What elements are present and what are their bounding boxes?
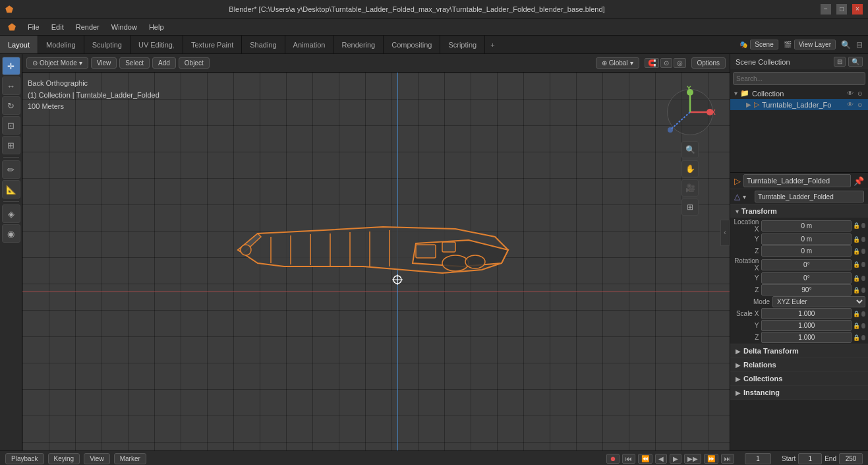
outliner-search-input[interactable] [733, 72, 865, 85]
location-y-lock[interactable]: 🔒 [853, 236, 860, 243]
view-menu[interactable]: View [91, 57, 117, 69]
rotation-z-lock[interactable]: 🔒 [853, 287, 860, 294]
camera-view-button[interactable]: 🎥 [681, 179, 699, 197]
menu-help[interactable]: Help [144, 22, 169, 32]
maximize-button[interactable]: □ [836, 4, 847, 15]
end-frame-input[interactable] [839, 453, 863, 464]
collection-render-toggle[interactable]: ⊙ [857, 90, 863, 97]
search-button[interactable]: 🔍 [841, 40, 851, 49]
prev-keyframe-button[interactable]: ⏪ [638, 454, 652, 464]
navigation-gizmo[interactable]: X Y [664, 86, 716, 139]
current-frame-input[interactable] [745, 453, 771, 464]
pin-button[interactable]: 📌 [854, 176, 864, 186]
jump-end-button[interactable]: ⏭ [721, 454, 734, 464]
menu-file[interactable]: File [22, 22, 45, 32]
transform-section-header[interactable]: ▾ Transform [730, 204, 868, 218]
tool-extra-1[interactable]: ◈ [2, 204, 20, 223]
outliner-filter[interactable]: ⊟ [834, 57, 846, 67]
options-button[interactable]: Options [691, 57, 726, 69]
view-layer-selector[interactable]: View Layer [794, 40, 836, 49]
tool-move[interactable]: ↔ [2, 77, 20, 95]
collections-header[interactable]: ▶ Collections [730, 372, 868, 385]
rotation-y-lock[interactable]: 🔒 [853, 275, 860, 282]
menu-render[interactable]: Render [71, 22, 105, 32]
tool-cursor[interactable]: ✛ [2, 57, 20, 75]
rotation-x-lock[interactable]: 🔒 [853, 261, 860, 268]
close-button[interactable]: × [852, 4, 863, 15]
select-menu[interactable]: Select [119, 57, 150, 69]
outliner-search[interactable]: 🔍 [848, 57, 863, 67]
rotation-z-input[interactable] [761, 284, 852, 295]
tool-annotate[interactable]: ✏ [2, 160, 20, 179]
object-name-input[interactable] [743, 174, 851, 187]
record-button[interactable]: ⏺ [606, 454, 620, 464]
toggle-view-button[interactable]: ⊞ [681, 199, 699, 216]
tool-extra-2[interactable]: ◉ [2, 224, 20, 243]
snap-options[interactable]: ◎ [674, 58, 686, 68]
add-menu[interactable]: Add [152, 57, 176, 69]
location-z-input[interactable] [761, 245, 852, 257]
proportional-edit[interactable]: ⊙ [660, 58, 672, 68]
zoom-view-button[interactable]: 🔍 [681, 141, 699, 158]
location-x-lock[interactable]: 🔒 [853, 222, 860, 229]
location-z-lock[interactable]: 🔒 [853, 248, 860, 255]
tool-measure[interactable]: 📐 [2, 180, 20, 199]
tab-uv-editing[interactable]: UV Editing , [130, 36, 183, 53]
scale-z-lock[interactable]: 🔒 [853, 334, 860, 341]
relations-header[interactable]: ▶ Relations [730, 358, 868, 371]
location-y-input[interactable] [761, 233, 852, 245]
collection-visibility[interactable]: 👁 [847, 90, 854, 97]
add-workspace-button[interactable]: + [485, 36, 500, 53]
tab-texture-paint[interactable]: Texture Paint [183, 36, 242, 53]
minimize-button[interactable]: − [821, 4, 831, 15]
object-visibility[interactable]: 👁 [847, 101, 854, 108]
mode-selector[interactable]: ⊙ Object Mode ▾ [26, 57, 88, 69]
tab-rendering[interactable]: Rendering [333, 36, 384, 53]
snap-toggle[interactable]: 🧲 [645, 58, 659, 68]
mesh-name-input[interactable] [755, 191, 864, 202]
play-button[interactable]: ▶ [670, 454, 681, 464]
tab-compositing[interactable]: Compositing [384, 36, 440, 53]
viewport-gizmo[interactable]: X Y 🔍 ✋ 🎥 ⊞ [664, 86, 716, 216]
rotation-mode-select[interactable]: XYZ Euler [772, 296, 865, 307]
tab-animation[interactable]: Animation [285, 36, 334, 53]
pan-view-button[interactable]: ✋ [681, 160, 699, 177]
object-menu[interactable]: Object [179, 57, 210, 69]
tab-layout[interactable]: Layout [0, 36, 38, 53]
scene-selector[interactable]: Scene [750, 40, 778, 49]
start-frame-input[interactable] [798, 453, 822, 464]
scale-z-input[interactable] [761, 332, 852, 343]
tab-sculpting[interactable]: Sculpting [84, 36, 130, 53]
outliner-item-collection[interactable]: ▾ 📁 Collection 👁 ⊙ [730, 88, 868, 99]
menu-edit[interactable]: Edit [46, 22, 69, 32]
tool-rotate[interactable]: ↻ [2, 96, 20, 115]
rotation-x-input[interactable] [761, 259, 852, 270]
playback-menu[interactable]: Playback [5, 453, 44, 464]
object-render-toggle[interactable]: ⊙ [857, 102, 863, 108]
prev-frame-button[interactable]: ◀ [655, 454, 667, 464]
scale-x-lock[interactable]: 🔒 [853, 311, 860, 317]
next-frame-button[interactable]: ▶▶ [684, 454, 701, 464]
next-keyframe-button[interactable]: ⏩ [704, 454, 718, 464]
delta-transform-header[interactable]: ▶ Delta Transform [730, 344, 868, 357]
viewport[interactable]: ⊙ Object Mode ▾ View Select Add Object ⊕… [22, 54, 730, 450]
scale-y-input[interactable] [761, 320, 852, 331]
jump-start-button[interactable]: ⏮ [622, 454, 635, 464]
tool-transform[interactable]: ⊞ [2, 136, 20, 154]
panel-collapse-button[interactable]: ‹ [720, 220, 730, 246]
viewport-canvas[interactable]: Back Orthographic (1) Collection | Turnt… [22, 73, 730, 450]
filter-button[interactable]: ⊟ [856, 40, 863, 49]
transform-selector[interactable]: ⊕ Global ▾ [596, 57, 639, 69]
instancing-header[interactable]: ▶ Instancing [730, 386, 868, 399]
scale-x-input[interactable] [761, 308, 852, 319]
rotation-y-input[interactable] [761, 272, 852, 284]
ladder-object[interactable] [218, 191, 535, 309]
tab-shading[interactable]: Shading [242, 36, 285, 53]
view-menu-timeline[interactable]: View [84, 453, 110, 464]
location-x-input[interactable] [761, 220, 852, 232]
menu-window[interactable]: Window [106, 22, 142, 32]
keying-menu[interactable]: Keying [48, 453, 80, 464]
tool-scale[interactable]: ⊡ [2, 116, 20, 135]
scale-y-lock[interactable]: 🔒 [853, 323, 860, 329]
window-controls[interactable]: − □ × [821, 4, 863, 15]
